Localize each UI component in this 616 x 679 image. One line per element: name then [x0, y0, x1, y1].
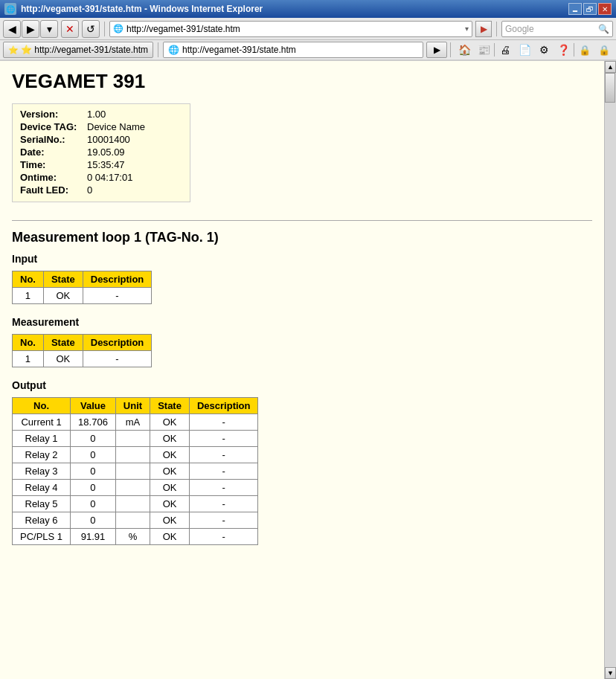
feeds-icon[interactable]: 📰 [475, 41, 493, 59]
info-table: Version: 1.00 Device TAG: Device Name Se… [12, 103, 190, 202]
titlebar-icon: 🌐 [4, 3, 16, 15]
table-cell: 0 [71, 431, 116, 447]
table-cell [115, 512, 150, 529]
print-icon[interactable]: 🖨 [496, 41, 514, 59]
window-controls[interactable]: 🗕 🗗 ✕ [568, 3, 612, 15]
info-label-date: Date: [20, 147, 87, 158]
info-row-faultled: Fault LED: 0 [20, 184, 182, 196]
close-button[interactable]: ✕ [598, 3, 612, 15]
stop-button[interactable]: ✕ [61, 20, 79, 38]
section-divider [12, 220, 592, 221]
search-bar[interactable]: Google 🔍 [501, 21, 613, 37]
address-dropdown-icon[interactable]: ▾ [465, 25, 469, 33]
input-col-no: No. [13, 271, 44, 288]
table-cell: OK [150, 431, 190, 447]
table-cell: - [83, 288, 152, 304]
home-icon[interactable]: 🏠 [455, 41, 473, 59]
table-cell: mA [115, 414, 150, 431]
out-col-value: Value [71, 398, 116, 414]
right-toolbar-icons[interactable]: 🏠 📰 🖨 📄 ⚙ ❓ 🔒 🔒 [455, 41, 613, 59]
out-col-unit: Unit [115, 398, 150, 414]
scrollbar-up-button[interactable]: ▲ [605, 61, 616, 73]
info-row-version: Version: 1.00 [20, 109, 182, 120]
out-col-state: State [150, 398, 190, 414]
minimize-button[interactable]: 🗕 [568, 3, 582, 15]
table-cell [115, 463, 150, 480]
table-cell: OK [150, 463, 190, 480]
scrollbar[interactable]: ▲ ▼ [604, 61, 616, 679]
info-label-version: Version: [20, 109, 87, 120]
measurement-table-header-row: No. State Description [13, 335, 152, 351]
browser-area: VEGAMET 391 Version: 1.00 Device TAG: De… [0, 61, 616, 679]
out-col-no: No. [13, 398, 71, 414]
out-col-desc: Description [189, 398, 258, 414]
info-label-ontime: Ontime: [20, 172, 87, 183]
table-cell: - [189, 529, 258, 545]
links-bar-url: http://vegamet-391/state.htm [182, 45, 296, 55]
go-button[interactable]: ▶ [475, 21, 492, 37]
scrollbar-thumb[interactable] [605, 73, 615, 103]
input-table-header-row: No. State Description [13, 271, 152, 288]
table-row: Relay 60OK- [13, 512, 258, 529]
address-bar[interactable]: 🌐 http://vegamet-391/state.htm ▾ [109, 21, 472, 37]
table-cell: - [189, 431, 258, 447]
back-button[interactable]: ◀ [3, 20, 21, 38]
table-cell: Relay 5 [13, 496, 71, 512]
table-cell [115, 447, 150, 463]
addon-icon[interactable]: 🔒 [595, 41, 613, 59]
help-icon[interactable]: ❓ [554, 41, 572, 59]
table-cell: % [115, 529, 150, 545]
favorites-button[interactable]: ⭐ ⭐ http://vegamet-391/state.htm [3, 42, 153, 58]
table-cell: - [189, 447, 258, 463]
page-icon[interactable]: 📄 [516, 41, 533, 59]
table-cell: 0 [71, 447, 116, 463]
info-value-version: 1.00 [87, 109, 106, 120]
refresh-button[interactable]: ↺ [82, 20, 100, 38]
nav-dropdown-button[interactable]: ▾ [40, 20, 58, 38]
measurement-subsection-title: Measurement [12, 316, 592, 328]
toolbar-sep-small2 [574, 43, 574, 57]
links-go-button[interactable]: ▶ [426, 42, 447, 58]
table-cell: - [189, 480, 258, 496]
tools-icon[interactable]: ⚙ [535, 41, 553, 59]
table-cell: OK [43, 288, 83, 304]
info-value-faultled: 0 [87, 184, 92, 196]
table-cell [115, 480, 150, 496]
table-cell: 1 [13, 351, 44, 367]
output-section-title: Output [12, 379, 592, 391]
security-icon[interactable]: 🔒 [576, 41, 594, 59]
nav-arrows[interactable]: ◀ ▶ ▾ [3, 20, 58, 38]
scrollbar-down-button[interactable]: ▼ [605, 667, 616, 679]
address-bar-url: http://vegamet-391/state.htm [126, 24, 462, 34]
maximize-button[interactable]: 🗗 [583, 3, 597, 15]
info-row-time: Time: 15:35:47 [20, 159, 182, 170]
search-icon[interactable]: 🔍 [598, 24, 609, 34]
table-cell: Relay 4 [13, 480, 71, 496]
table-cell: Relay 2 [13, 447, 71, 463]
table-cell: - [189, 512, 258, 529]
info-value-devicetag: Device Name [87, 121, 145, 132]
page-content: VEGAMET 391 Version: 1.00 Device TAG: De… [0, 61, 604, 679]
table-row: PC/PLS 191.91%OK- [13, 529, 258, 545]
input-col-desc: Description [83, 271, 152, 288]
forward-button[interactable]: ▶ [22, 20, 39, 38]
window-title: http://vegamet-391/state.htm - Windows I… [21, 4, 564, 14]
input-section-title: Input [12, 253, 592, 265]
links-address-bar[interactable]: 🌐 http://vegamet-391/state.htm [163, 42, 423, 58]
table-row: 1OK- [13, 351, 152, 367]
info-row-devicetag: Device TAG: Device Name [20, 121, 182, 132]
table-cell [115, 431, 150, 447]
info-value-ontime: 0 04:17:01 [87, 172, 132, 183]
table-cell: OK [150, 447, 190, 463]
table-cell: PC/PLS 1 [13, 529, 71, 545]
favorites-sep [158, 42, 158, 57]
toolbar-sep-small [494, 43, 495, 57]
right-sep [450, 42, 451, 57]
favorites-toolbar: ⭐ ⭐ http://vegamet-391/state.htm 🌐 http:… [0, 40, 616, 61]
table-cell: - [189, 463, 258, 480]
separator-2 [496, 22, 497, 36]
table-cell: 0 [71, 480, 116, 496]
table-cell: - [189, 414, 258, 431]
scrollbar-track[interactable] [605, 73, 616, 667]
table-cell: 0 [71, 496, 116, 512]
